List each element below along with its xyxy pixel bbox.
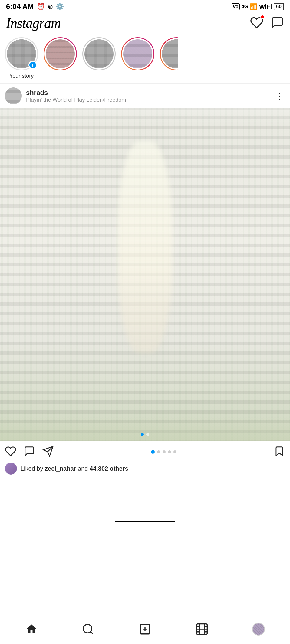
post-user-avatar-image	[5, 87, 22, 104]
likes-count[interactable]: 44,302 others	[90, 465, 128, 472]
nav-search[interactable]	[77, 620, 99, 638]
story-3-avatar-inner	[122, 38, 153, 70]
volte-icon: Vo	[232, 3, 240, 10]
your-story-item[interactable]: + Your story	[5, 37, 38, 79]
settings-icon: ⚙️	[56, 3, 64, 11]
stories-row: + Your story	[0, 34, 290, 83]
post-image-top-overlay	[0, 108, 290, 126]
carousel-dot-2	[157, 450, 160, 453]
post-header: shrads Playin' the World of Play Leiden/…	[0, 84, 290, 108]
likes-prefix: Liked by	[21, 465, 43, 472]
battery-icon: 60	[274, 3, 284, 10]
nav-reels[interactable]	[191, 620, 213, 638]
story-2-ring	[82, 37, 116, 70]
svg-point-2	[84, 624, 92, 633]
post-username[interactable]: shrads	[26, 89, 269, 97]
messages-button[interactable]	[271, 16, 284, 31]
bottom-indicator	[0, 517, 290, 526]
alarm-icon: ⏰	[37, 3, 45, 11]
post-actions	[0, 441, 290, 461]
story-4-avatar-inner	[161, 38, 178, 70]
carousel-dot-3	[163, 450, 166, 453]
likes-user-avatar-image	[5, 463, 17, 475]
add-story-button[interactable]: +	[28, 61, 37, 69]
post-carousel-dots	[61, 450, 266, 454]
comment-button[interactable]	[24, 446, 35, 458]
story-item-3[interactable]	[121, 37, 154, 73]
bottom-spacer	[0, 478, 290, 517]
bookmark-button[interactable]	[274, 446, 285, 458]
post-image-dots	[141, 433, 149, 436]
post-image-dot-2	[146, 433, 149, 436]
post-image-bottom-overlay	[0, 417, 290, 441]
share-button[interactable]	[42, 446, 54, 458]
notification-badge	[260, 15, 265, 19]
nav-home[interactable]	[20, 620, 43, 638]
story-2-image	[84, 39, 114, 68]
instagram-logo: Instagram	[6, 15, 61, 31]
story-1-avatar-inner	[44, 38, 76, 70]
story-1-image	[46, 39, 75, 68]
home-indicator-bar	[115, 521, 175, 522]
your-story-avatar: +	[5, 37, 38, 70]
nav-create[interactable]	[134, 620, 156, 638]
post-image	[0, 108, 290, 441]
post-likes-row: Liked by zeel_nahar and 44,302 others	[0, 461, 290, 478]
post-user-info: shrads Playin' the World of Play Leiden/…	[26, 89, 269, 103]
story-2-avatar-inner	[83, 38, 115, 70]
post-image-dot-1	[141, 433, 144, 436]
nfc-icon: ◎	[48, 3, 53, 10]
story-1-avatar	[44, 37, 77, 70]
story-item-2[interactable]	[82, 37, 116, 73]
post-image-container	[0, 108, 290, 441]
story-4-ring	[160, 37, 178, 70]
svg-line-3	[91, 632, 93, 634]
story-3-image	[123, 39, 152, 68]
story-1-ring	[44, 37, 77, 70]
nav-profile[interactable]	[247, 620, 270, 638]
notifications-button[interactable]	[250, 16, 263, 31]
carousel-dot-4	[168, 450, 171, 453]
carousel-dot-5	[173, 450, 176, 453]
likes-user-avatar[interactable]	[5, 463, 17, 475]
likes-suffix: and	[78, 465, 90, 472]
header-icons	[250, 16, 284, 31]
story-item-4-partial[interactable]	[160, 37, 178, 70]
status-right: Vo 4G 📶 WiFi 60	[232, 3, 284, 10]
post-caption-preview: Playin' the World of Play Leiden/Freedom	[26, 97, 269, 103]
post-more-button[interactable]: ⋮	[274, 91, 285, 101]
story-3-ring	[121, 37, 154, 70]
likes-text: Liked by zeel_nahar and 44,302 others	[21, 465, 128, 472]
header: Instagram	[0, 13, 290, 34]
wifi-icon: WiFi	[259, 3, 272, 10]
story-3-avatar	[121, 37, 154, 70]
signal-icon: 📶	[250, 3, 257, 10]
story-item-1[interactable]	[44, 37, 77, 73]
bottom-nav	[0, 614, 290, 644]
status-bar: 6:04 AM ⏰ ◎ ⚙️ Vo 4G 📶 WiFi 60	[0, 0, 290, 13]
status-left: 6:04 AM ⏰ ◎ ⚙️	[6, 2, 64, 11]
network-4g-icon: 4G	[242, 4, 248, 9]
status-time: 6:04 AM	[6, 2, 34, 11]
story-2-avatar	[82, 37, 116, 70]
carousel-dot-1	[151, 450, 155, 454]
post-user-avatar[interactable]	[5, 87, 22, 104]
likes-user[interactable]: zeel_nahar	[45, 465, 76, 472]
story-4-image	[162, 39, 178, 68]
post-image-figure	[118, 141, 172, 353]
your-story-label: Your story	[9, 73, 34, 79]
like-button[interactable]	[5, 446, 16, 458]
